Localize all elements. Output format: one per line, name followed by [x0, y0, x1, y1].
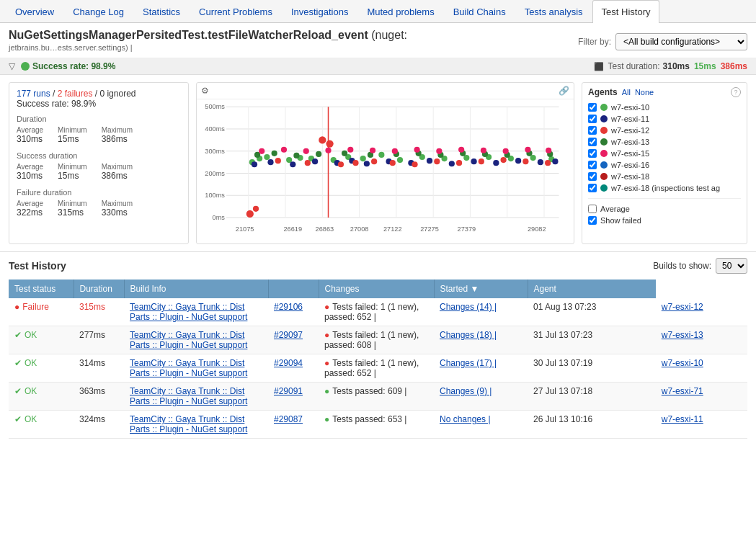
svg-point-57 [253, 206, 259, 212]
nav-tabs: OverviewChange LogStatisticsCurrent Prob… [6, 0, 659, 22]
ok-status: ✔OK [14, 386, 68, 396]
chart-export-icon[interactable]: 🔗 [559, 86, 569, 96]
cell-changes: Changes (18) | [434, 326, 528, 354]
agent-checkbox-1[interactable] [588, 115, 597, 123]
agent-checkbox-2[interactable] [588, 126, 597, 135]
duration-value: 363ms [79, 386, 105, 396]
nav-tab-overview[interactable]: Overview [6, 0, 63, 23]
table-row: ✔OK314msTeamCity :: Gaya Trunk :: Dist P… [9, 354, 747, 383]
build-path-link[interactable]: TeamCity :: Gaya Trunk :: Dist Parts :: … [130, 358, 247, 378]
agent-color-dot [600, 104, 608, 111]
svg-point-91 [347, 147, 353, 153]
show-failed-checkbox[interactable] [588, 216, 597, 225]
build-number-link[interactable]: #29106 [274, 302, 303, 312]
build-number-link[interactable]: #29091 [274, 386, 303, 396]
nav-tab-investigations[interactable]: Investigations [282, 0, 358, 23]
cell-changes: Changes (9) | [434, 383, 528, 411]
nav-tab-test-history[interactable]: Test History [592, 0, 660, 23]
ok-status: ✔OK [14, 414, 68, 424]
agent-color-dot [600, 173, 608, 180]
svg-point-99 [525, 147, 530, 153]
svg-point-50 [449, 161, 455, 166]
svg-point-42 [290, 161, 295, 167]
duration-max: 386ms [721, 61, 747, 71]
s-min-val: 15ms [58, 171, 79, 181]
nav-tab-tests-analysis[interactable]: Tests analysis [515, 0, 592, 23]
agents-all-link[interactable]: All [622, 88, 631, 97]
agent-link[interactable]: w7-esxi-71 [662, 386, 703, 396]
svg-point-93 [392, 148, 398, 154]
build-path-link[interactable]: TeamCity :: Gaya Trunk :: Dist Parts :: … [130, 330, 247, 350]
svg-point-87 [259, 148, 264, 154]
changes-link[interactable]: Changes (17) | [440, 358, 497, 368]
col-started: Started ▼ [434, 280, 528, 298]
nav-tab-statistics[interactable]: Statistics [133, 0, 190, 23]
changes-link[interactable]: Changes (9) | [440, 386, 492, 396]
failure-dur-row: Average 322ms Minimum 315ms Maximum 330m… [17, 200, 181, 218]
build-config-filter[interactable]: <All build configurations> [615, 33, 747, 50]
agents-none-link[interactable]: None [635, 88, 654, 97]
nav-tab-changelog[interactable]: Change Log [63, 0, 133, 23]
changes-link[interactable]: Changes (18) | [440, 330, 497, 340]
nav-tab-muted-problems[interactable]: Muted problems [357, 0, 443, 23]
agent-link[interactable]: w7-esxi-10 [662, 358, 703, 368]
svg-point-52 [493, 160, 499, 166]
build-number-link[interactable]: #29087 [274, 414, 303, 424]
duration-avg: 310ms [663, 61, 690, 71]
agent-link[interactable]: w7-esxi-11 [662, 414, 703, 424]
success-rate: Success rate: 98.9% [17, 99, 96, 109]
agent-color-dot [600, 138, 608, 146]
agent-checkbox-7[interactable] [588, 184, 597, 192]
table-row: ●Failure315msTeamCity :: Gaya Trunk :: D… [9, 298, 747, 326]
avg-duration: Average 310ms [17, 126, 43, 144]
agents-help-icon[interactable]: ? [731, 87, 741, 97]
svg-point-94 [414, 147, 420, 153]
f-min-label: Minimum [58, 200, 87, 207]
collapse-button[interactable]: ▽ [9, 61, 15, 71]
ok-status: ✔OK [14, 358, 68, 368]
builds-count-select[interactable]: 50 [716, 258, 747, 274]
cell-status: ✔OK [9, 354, 74, 383]
agent-checkbox-5[interactable] [588, 161, 597, 169]
test-history-section: Test History Builds to show: 50 Test sta… [0, 252, 756, 444]
builds-label: Builds to show: [653, 261, 711, 271]
build-path-link[interactable]: TeamCity :: Gaya Trunk :: Dist Parts :: … [130, 386, 247, 406]
page-title: NuGetSettingsManagerPersitedTest.testFil… [9, 29, 407, 42]
build-number-link[interactable]: #29097 [274, 330, 303, 340]
agent-link[interactable]: w7-esxi-13 [662, 330, 703, 340]
svg-point-71 [522, 158, 528, 164]
test-pass-icon: ● [324, 414, 329, 424]
agent-checkbox-6[interactable] [588, 172, 597, 181]
average-label[interactable]: Average [600, 205, 630, 213]
svg-point-59 [305, 160, 311, 166]
changes-link[interactable]: No changes | [440, 414, 491, 424]
nav-tab-build-chains[interactable]: Build Chains [444, 0, 515, 23]
svg-point-54 [538, 159, 543, 165]
result-text: Tests failed: 1 (1 new), passed: 652 | [324, 302, 419, 322]
build-number-link[interactable]: #29094 [274, 358, 303, 368]
s-max-label: Maximum [102, 163, 133, 171]
test-fail-icon: ● [324, 302, 329, 312]
cell-build-path: TeamCity :: Gaya Trunk :: Dist Parts :: … [124, 298, 268, 326]
nav-tab-current-problems[interactable]: Current Problems [190, 0, 282, 23]
average-checkbox[interactable] [588, 205, 597, 213]
build-path-link[interactable]: TeamCity :: Gaya Trunk :: Dist Parts :: … [130, 302, 247, 322]
svg-text:27008: 27008 [350, 225, 369, 233]
build-path-link[interactable]: TeamCity :: Gaya Trunk :: Dist Parts :: … [130, 414, 247, 434]
table-row: ✔OK324msTeamCity :: Gaya Trunk :: Dist P… [9, 411, 747, 439]
f-max-val: 330ms [102, 207, 128, 218]
changes-link[interactable]: Changes (14) | [440, 302, 497, 312]
cell-test-result: ●Tests failed: 1 (1 new), passed: 652 | [319, 298, 434, 326]
chart-toolbar: ⚙ 🔗 [197, 83, 574, 99]
col-build-info: Build Info [124, 280, 268, 298]
chart-settings-icon[interactable]: ⚙ [201, 86, 209, 96]
agent-link[interactable]: w7-esxi-12 [662, 302, 703, 312]
agent-checkbox-3[interactable] [588, 138, 597, 146]
svg-point-46 [364, 161, 370, 166]
show-failed-label[interactable]: Show failed [600, 216, 641, 225]
show-failed-option: Show failed [588, 215, 741, 226]
agent-checkbox-4[interactable] [588, 149, 597, 158]
duration-label: Test duration: [608, 61, 660, 71]
svg-text:26619: 26619 [283, 225, 302, 233]
agent-checkbox-0[interactable] [588, 103, 597, 112]
